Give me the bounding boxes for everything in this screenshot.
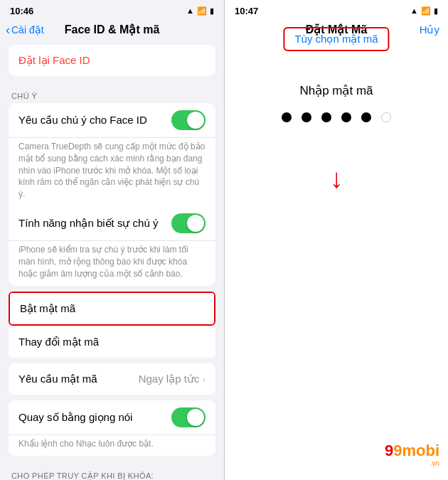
left-panel: 10:46 ▲ 📶 ▮ ‹ Cài đặt Face ID & Mật mã Đ… [0,0,224,480]
dot-4 [341,112,351,122]
enable-passcode-highlighted: Bật mật mã ➜ [9,292,215,326]
require-passcode-row[interactable]: Yêu cầu mật mã Ngay lập tức › [9,363,215,395]
passcode-dots [282,112,391,122]
dot-5 [361,112,371,122]
passcode-section: Bật mật mã ➜ Thay đổi mật mã [9,292,215,358]
right-wifi-icon: 📶 [421,6,431,16]
back-label: Cài đặt [11,24,44,36]
attention-detection-label: Tính năng nhận biết sự chú ý [18,217,158,230]
reset-group: Đặt lại Face ID [9,45,215,76]
left-settings-content: Đặt lại Face ID CHÚ Ý Yêu cầu chú ý cho … [0,41,224,480]
attention-detection-desc: iPhone sẽ kiểm tra sự chú ý trước khi là… [9,241,215,285]
voice-dial-toggle[interactable] [171,407,206,427]
require-passcode-group: Yêu cầu mật mã Ngay lập tức › [9,363,215,395]
require-attention-desc: Camera TrueDepth sẽ cung cấp một mức độ … [9,138,215,206]
back-button[interactable]: ‹ Cài đặt [6,23,44,36]
reset-face-id-label: Đặt lại Face ID [18,54,90,67]
watermark: 99mobi .vn [385,442,439,467]
watermark-9: 9 [385,442,393,459]
attention-section-header: CHÚ Ý [0,82,224,103]
left-nav-title: Face ID & Mật mã [65,23,160,36]
signal-icon: ▲ [186,6,194,15]
passcode-area: Nhập mật mã ↓ Tùy chọn mật mã 99mobi .vn [225,41,448,480]
voice-group: Quay số bằng giọng nói Khẩu lệnh cho Nhạ… [9,400,215,456]
watermark-mobi: 9mobi [393,442,439,459]
right-panel: 10:47 ▲ 📶 ▮ Đặt Mật Mã Hủy Nhập mật mã ↓… [224,0,448,480]
right-battery-icon: ▮ [434,6,438,16]
watermark-sub: .vn [385,459,439,467]
passcode-option-link[interactable]: Tùy chọn mật mã [283,27,389,51]
left-time: 10:46 [10,6,33,16]
wifi-icon: 📶 [197,6,207,16]
voice-dial-row[interactable]: Quay số bằng giọng nói [9,400,215,435]
enable-passcode-row[interactable]: Bật mật mã [10,293,214,324]
require-attention-label: Yêu cầu chú ý cho Face ID [18,114,147,127]
chevron-right-icon: › [202,373,206,385]
back-chevron-icon: ‹ [6,23,10,36]
toggle-thumb [187,112,204,129]
voice-dial-desc: Khẩu lệnh cho Nhạc luôn được bật. [9,435,215,456]
attention-detection-row[interactable]: Tính năng nhận biết sự chú ý [9,206,215,241]
dot-1 [282,112,292,122]
right-status-bar: 10:47 ▲ 📶 ▮ [225,0,448,20]
require-attention-row[interactable]: Yêu cầu chú ý cho Face ID [9,103,215,138]
left-status-icons: ▲ 📶 ▮ [186,6,214,16]
left-nav-bar: ‹ Cài đặt Face ID & Mật mã [0,20,224,41]
reset-face-id-row[interactable]: Đặt lại Face ID [9,45,215,76]
require-attention-toggle[interactable] [171,110,206,130]
require-passcode-label: Yêu cầu mật mã [18,373,97,385]
require-passcode-value: Ngay lập tức [139,373,200,385]
attention-detection-toggle[interactable] [171,213,206,233]
enable-passcode-label: Bật mật mã [20,302,75,315]
toggle-thumb-2 [187,215,204,232]
right-status-icons: ▲ 📶 ▮ [410,6,438,16]
dot-3 [321,112,331,122]
passcode-prompt: Nhập mật mã [299,83,373,98]
left-status-bar: 10:46 ▲ 📶 ▮ [0,0,224,20]
right-time: 10:47 [235,6,258,16]
attention-group: Yêu cầu chú ý cho Face ID Camera TrueDep… [9,103,215,286]
voice-dial-label: Quay số bằng giọng nói [18,411,132,424]
require-passcode-right: Ngay lập tức › [139,373,206,385]
change-passcode-group: Thay đổi mật mã [9,326,215,358]
dot-2 [302,112,311,122]
change-passcode-label: Thay đổi mật mã [18,336,99,348]
right-red-arrow: ↓ [330,165,343,192]
battery-icon: ▮ [210,6,214,16]
watermark-main: 99mobi [385,442,439,459]
allow-section-header: CHO PHÉP TRUY CẬP KHI BỊ KHÓA: [0,462,224,480]
toggle-thumb-3 [187,409,204,426]
right-signal-icon: ▲ [410,6,418,15]
cancel-button[interactable]: Hủy [420,23,439,36]
change-passcode-row[interactable]: Thay đổi mật mã [9,326,215,358]
dot-6 [381,112,391,122]
